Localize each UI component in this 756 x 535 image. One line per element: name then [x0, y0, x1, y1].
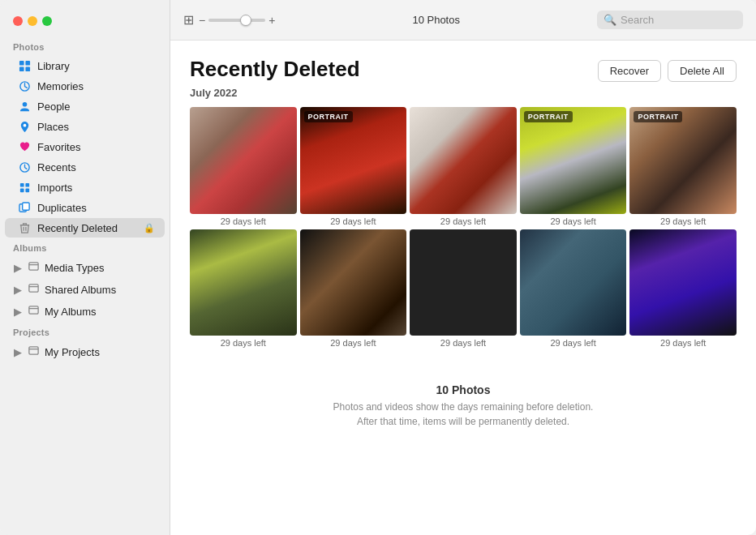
- photo-thumbnail: [629, 229, 737, 336]
- svg-rect-18: [29, 285, 38, 292]
- photo-thumbnail: [520, 229, 627, 336]
- svg-rect-20: [29, 306, 38, 314]
- svg-rect-1: [25, 60, 30, 65]
- sidebar-item-recently-deleted-label: Recently Deleted: [37, 222, 137, 234]
- photo-thumbnail: [190, 229, 297, 336]
- chevron-right-icon: ▶: [13, 263, 23, 272]
- fullscreen-button[interactable]: [42, 16, 52, 26]
- album-icon: [28, 260, 40, 275]
- zoom-plus[interactable]: +: [268, 15, 275, 26]
- recover-button[interactable]: Recover: [598, 60, 661, 82]
- list-item[interactable]: 29 days left: [520, 229, 627, 349]
- sidebar-item-recently-deleted[interactable]: Recently Deleted 🔒: [5, 218, 165, 238]
- slider-thumb: [240, 15, 251, 26]
- days-remaining: 29 days left: [410, 338, 517, 348]
- days-remaining: 29 days left: [190, 338, 297, 348]
- trash-icon: [18, 221, 31, 234]
- sidebar-item-shared-albums[interactable]: ▶ Shared Albums: [5, 279, 165, 300]
- days-remaining: 29 days left: [300, 216, 407, 226]
- list-item[interactable]: 29 days left: [190, 107, 297, 226]
- photo-grid: 29 days left PORTRAIT 29 days left 29 da…: [190, 107, 737, 348]
- sidebar-item-imports[interactable]: Imports: [5, 178, 165, 197]
- people-icon: [18, 100, 31, 113]
- list-item[interactable]: 29 days left: [410, 229, 517, 349]
- close-button[interactable]: [13, 16, 23, 26]
- chevron-right-icon-4: ▶: [13, 347, 23, 357]
- heart-icon: [18, 140, 31, 153]
- sidebar-item-people[interactable]: People: [5, 96, 165, 116]
- list-item[interactable]: 29 days left: [300, 229, 407, 349]
- days-remaining: 29 days left: [520, 338, 627, 348]
- zoom-minus[interactable]: −: [199, 15, 205, 26]
- sidebar-item-places-label: Places: [37, 121, 155, 133]
- portrait-badge: PORTRAIT: [304, 111, 353, 122]
- footer-desc-line2: After that time, items will be permanent…: [357, 416, 569, 427]
- list-item[interactable]: 29 days left: [629, 229, 737, 349]
- footer-title: 10 Photos: [190, 383, 737, 396]
- sidebar-item-duplicates-label: Duplicates: [37, 202, 155, 214]
- svg-rect-10: [19, 188, 24, 192]
- header-actions: Recover Delete All: [598, 60, 737, 82]
- photo-thumbnail: [190, 107, 297, 214]
- sidebar-item-memories[interactable]: Memories: [5, 76, 165, 96]
- list-item[interactable]: 29 days left: [190, 229, 297, 349]
- days-remaining: 29 days left: [629, 338, 737, 348]
- days-remaining: 29 days left: [300, 338, 407, 348]
- projects-section-label: Projects: [0, 323, 170, 340]
- sidebar-item-places[interactable]: Places: [5, 117, 165, 136]
- search-box[interactable]: 🔍: [597, 11, 743, 29]
- projects-icon: [28, 345, 40, 359]
- sidebar-item-duplicates[interactable]: Duplicates: [5, 198, 165, 217]
- days-remaining: 29 days left: [410, 216, 517, 226]
- sidebar-item-recents[interactable]: Recents: [5, 157, 165, 177]
- sidebar-item-memories-label: Memories: [37, 80, 155, 92]
- svg-rect-16: [29, 263, 38, 270]
- list-item[interactable]: PORTRAIT 29 days left: [300, 107, 407, 226]
- sidebar: Photos Library Memories: [0, 0, 170, 535]
- photo-thumbnail: [520, 107, 627, 214]
- places-icon: [18, 120, 31, 133]
- section-date: July 2022: [190, 87, 737, 99]
- svg-point-5: [22, 101, 27, 106]
- portrait-badge: PORTRAIT: [634, 111, 682, 122]
- sidebar-item-recents-label: Recents: [37, 161, 155, 173]
- minimize-button[interactable]: [28, 16, 37, 26]
- zoom-slider-container: − +: [199, 15, 275, 26]
- toolbar-right: 🔍: [597, 11, 743, 29]
- chevron-right-icon-2: ▶: [13, 285, 23, 294]
- sidebar-item-favorites[interactable]: Favorites: [5, 137, 165, 156]
- search-input[interactable]: [621, 14, 737, 26]
- photo-thumbnail: [300, 107, 407, 214]
- list-item[interactable]: PORTRAIT 29 days left: [520, 107, 627, 226]
- list-item[interactable]: PORTRAIT 29 days left: [629, 107, 737, 226]
- photo-count-label: 10 Photos: [412, 14, 460, 26]
- photo-thumbnail: [300, 229, 407, 336]
- my-album-icon: [28, 304, 40, 319]
- footer-desc-line1: Photos and videos show the days remainin…: [333, 401, 594, 413]
- toolbar-left: ⊞ − +: [183, 12, 275, 28]
- chevron-right-icon-3: ▶: [13, 306, 23, 316]
- sidebar-item-library-label: Library: [37, 60, 155, 72]
- sidebar-item-media-types[interactable]: ▶ Media Types: [5, 257, 165, 278]
- clock-icon: [18, 160, 31, 173]
- content-area: Recently Deleted Recover Delete All July…: [170, 41, 756, 535]
- memories-icon: [18, 79, 31, 92]
- delete-all-button[interactable]: Delete All: [668, 60, 737, 82]
- svg-rect-11: [25, 188, 29, 192]
- sidebar-item-my-projects-label: My Projects: [45, 346, 100, 358]
- main-content: ⊞ − + 10 Photos 🔍 Recently Deleted Recov…: [170, 0, 756, 535]
- zoom-slider[interactable]: [208, 19, 265, 22]
- sidebar-item-imports-label: Imports: [37, 182, 155, 194]
- footer-description: Photos and videos show the days remainin…: [190, 400, 737, 429]
- sidebar-item-shared-albums-label: Shared Albums: [45, 284, 116, 296]
- sidebar-item-my-albums[interactable]: ▶ My Albums: [5, 301, 165, 322]
- list-item[interactable]: 29 days left: [410, 107, 517, 226]
- sidebar-item-favorites-label: Favorites: [37, 141, 155, 153]
- imports-icon: [18, 181, 31, 194]
- sidebar-item-my-projects[interactable]: ▶ My Projects: [5, 341, 165, 362]
- photo-thumbnail: [410, 229, 517, 336]
- duplicates-icon: [18, 201, 31, 214]
- photo-thumbnail: [410, 107, 517, 214]
- sidebar-item-library[interactable]: Library: [5, 56, 165, 75]
- photos-section-label: Photos: [0, 37, 170, 55]
